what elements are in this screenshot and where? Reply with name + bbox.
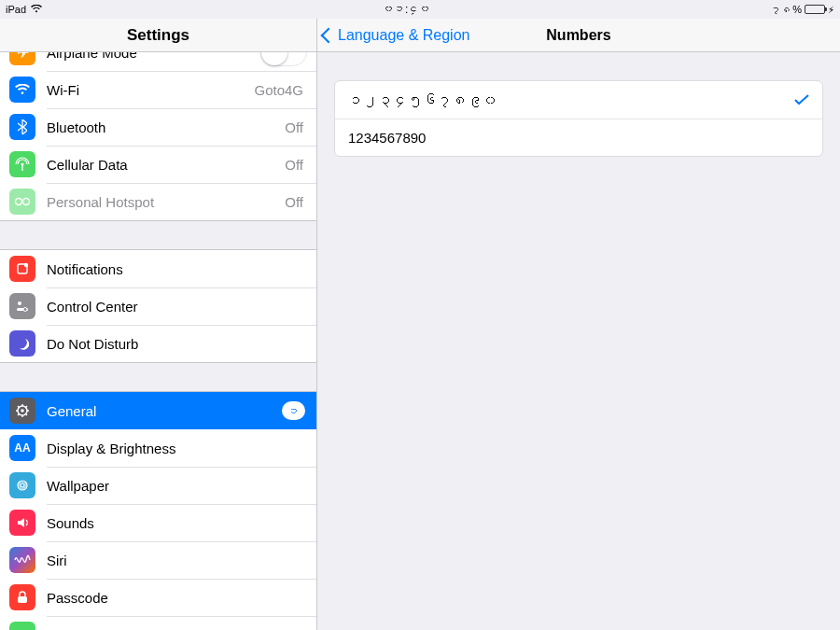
siri-icon [9,547,35,573]
sidebar-item-label: Airplane Mode [47,52,260,61]
sidebar-item-wallpaper[interactable]: Wallpaper [0,467,316,504]
sidebar-item-label: Personal Hotspot [47,194,285,210]
sidebar-item-general[interactable]: General ၁ [0,392,316,429]
sidebar-title: Settings [0,19,316,52]
sidebar-item-label: Sounds [47,515,316,531]
option-label: 1234567890 [348,130,809,146]
passcode-icon [9,584,35,610]
svg-point-7 [23,308,27,312]
sidebar-item-label: Passcode [47,590,316,606]
airplane-toggle[interactable] [260,52,307,66]
sidebar-item-label: Siri [47,553,316,568]
sidebar-item-value: Off [285,194,303,210]
detail-header: Language & Region Numbers [317,19,840,52]
svg-rect-13 [18,596,27,603]
svg-point-9 [21,409,24,413]
sidebar-item-label: Display & Brightness [47,441,316,456]
numbers-options: ၁၂၃၄၅၆၇၈၉၀ 1234567890 [334,80,823,157]
checkmark-icon [794,94,809,105]
sidebar-item-label: Notifications [47,261,316,277]
sidebar-item-battery[interactable]: Battery [0,616,316,630]
sidebar-item-label: Battery [47,627,316,631]
sidebar-item-bluetooth[interactable]: Bluetooth Off [0,108,316,146]
wallpaper-icon [9,472,35,498]
sidebar-item-value: Off [285,119,303,135]
sidebar-item-notifications[interactable]: Notifications [0,250,316,287]
hotspot-icon [9,189,35,215]
svg-point-4 [24,263,28,267]
sidebar-item-value: Off [285,157,303,173]
status-time: ၀၁:၄၀ [42,3,771,16]
device-label: iPad [6,4,26,15]
battery-percent: ၇၈% [771,4,802,15]
sounds-icon [9,510,35,536]
svg-point-11 [21,483,24,487]
sidebar-item-label: General [47,403,282,419]
general-badge: ၁ [282,401,305,420]
svg-point-1 [16,199,22,205]
number-option-native[interactable]: ၁၂၃၄၅၆၇၈၉၀ [335,81,822,119]
sidebar-item-label: Control Center [47,299,316,315]
sidebar-item-label: Wallpaper [47,478,316,494]
sidebar-item-value: Goto4G [254,82,303,98]
sidebar-scroll[interactable]: ✈︎ Airplane Mode Wi-Fi Goto4G Bluetooth … [0,52,316,630]
option-label: ၁၂၃၄၅၆၇၈၉၀ [348,92,794,108]
bluetooth-icon [9,114,35,140]
airplane-icon: ✈︎ [9,52,35,65]
chevron-left-icon [321,27,337,43]
sidebar-item-display[interactable]: AA Display & Brightness [0,429,316,467]
battery-settings-icon [9,622,35,630]
sidebar-item-passcode[interactable]: Passcode [0,579,316,616]
notifications-icon [9,256,35,282]
number-option-western[interactable]: 1234567890 [335,119,822,156]
back-button[interactable]: Language & Region [317,27,469,44]
sidebar-item-dnd[interactable]: Do Not Disturb [0,325,316,362]
sidebar-item-label: Bluetooth [47,119,285,135]
sidebar-item-cellular[interactable]: Cellular Data Off [0,146,316,183]
battery-icon [805,5,825,14]
sidebar-item-airplane[interactable]: ✈︎ Airplane Mode [0,52,316,71]
sidebar-item-label: Do Not Disturb [47,336,316,352]
svg-point-5 [18,301,21,305]
wifi-settings-icon [9,77,35,103]
detail-pane: Language & Region Numbers ၁၂၃၄၅၆၇၈၉၀ 123… [317,19,840,630]
sidebar-item-hotspot[interactable]: Personal Hotspot Off [0,183,316,220]
sidebar-item-label: Wi-Fi [47,82,254,98]
svg-point-2 [23,199,30,205]
back-label: Language & Region [338,27,469,44]
sidebar-item-siri[interactable]: Siri [0,541,316,579]
display-icon: AA [9,435,35,461]
sidebar-item-controlcenter[interactable]: Control Center [0,287,316,325]
wifi-icon [31,4,42,15]
sidebar-item-sounds[interactable]: Sounds [0,504,316,541]
dnd-icon [9,330,35,357]
charging-icon: ⚡︎ [828,5,834,15]
sidebar-item-wifi[interactable]: Wi-Fi Goto4G [0,71,316,108]
general-icon [9,398,35,424]
settings-sidebar: Settings ✈︎ Airplane Mode Wi-Fi Goto4G B… [0,19,317,630]
sidebar-item-label: Cellular Data [47,157,285,173]
status-bar: iPad ၀၁:၄၀ ၇၈% ⚡︎ [0,0,840,19]
cellular-icon [9,151,35,177]
controlcenter-icon [9,293,35,319]
